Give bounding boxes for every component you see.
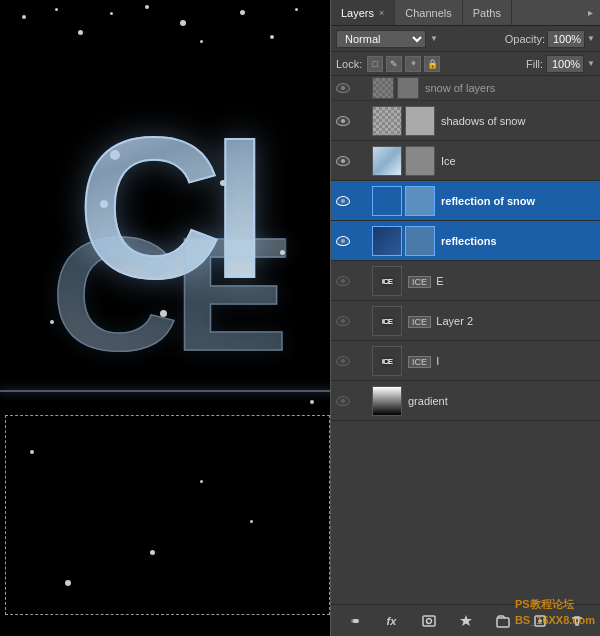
adjustment-layer-button[interactable] (455, 610, 477, 632)
layer-visibility-toggle[interactable] (334, 232, 352, 250)
layer-info: snow of layers (422, 81, 597, 95)
layer-row[interactable]: ICE ICE E (331, 261, 600, 301)
ice-letter-ce-reflection: CE (50, 203, 284, 389)
blend-mode-select[interactable]: Normal Multiply Screen Overlay (336, 30, 426, 48)
watermark: PS教程论坛 BS_16XX8.com (515, 597, 595, 628)
layer-type-badge: ICE (408, 356, 431, 368)
eye-icon (336, 316, 350, 326)
layer-name: E (436, 275, 443, 287)
lock-all-btn[interactable]: 🔒 (424, 56, 440, 72)
layer-mask-thumb (405, 146, 435, 176)
layer-info: shadows of snow (438, 114, 597, 128)
eye-icon (336, 83, 350, 93)
thumb-checker (373, 107, 401, 135)
layer-visibility-toggle[interactable] (334, 112, 352, 130)
eye-icon (336, 116, 350, 126)
layer-row[interactable]: gradient (331, 381, 600, 421)
layer-row[interactable]: snow of layers (331, 76, 600, 101)
layer-name: Ice (441, 155, 456, 167)
layer-name: reflection of snow (441, 195, 535, 207)
layer-visibility-toggle[interactable] (334, 392, 352, 410)
layer-visibility-toggle[interactable] (334, 352, 352, 370)
layer-mask-thumb (405, 186, 435, 216)
layer-ice-badge: ICE (382, 276, 392, 285)
fill-label: Fill: (526, 58, 543, 70)
layer-thumbnail: ICE (372, 266, 402, 296)
layer-ice-badge: ICE (382, 356, 392, 365)
snow-particle (55, 8, 58, 11)
layer-info: reflection of snow (438, 194, 597, 208)
fill-input[interactable] (546, 55, 584, 73)
selection-box (5, 415, 330, 615)
layer-row[interactable]: shadows of snow (331, 101, 600, 141)
layer-thumbnail (372, 77, 394, 99)
group-layers-button[interactable] (492, 610, 514, 632)
layer-row[interactable]: reflections (331, 221, 600, 261)
layer-name: shadows of snow (441, 115, 525, 127)
blend-opacity-row: Normal Multiply Screen Overlay ▼ Opacity… (331, 26, 600, 52)
link-layers-button[interactable] (344, 610, 366, 632)
thumb-checker (373, 78, 393, 98)
tab-paths[interactable]: Paths (463, 0, 512, 25)
thumb-ice (373, 147, 401, 175)
svg-rect-0 (423, 616, 435, 626)
layer-info: reflections (438, 234, 597, 248)
layer-chain-icon (355, 112, 369, 130)
layer-row[interactable]: ICE ICE I (331, 341, 600, 381)
layer-name: snow of layers (425, 82, 495, 94)
layer-visibility-toggle[interactable] (334, 312, 352, 330)
layer-name: gradient (408, 395, 448, 407)
layer-chain-icon (355, 232, 369, 250)
layer-type-badge: ICE (408, 316, 431, 328)
snow-particle (310, 400, 314, 404)
layer-style-button[interactable]: fx (381, 610, 403, 632)
panel-close-button[interactable]: ▸ (584, 7, 596, 19)
layer-chain-icon (355, 312, 369, 330)
eye-icon (336, 356, 350, 366)
layer-info: gradient (405, 394, 597, 408)
layer-thumbnail: ICE (372, 306, 402, 336)
layer-thumbnail (372, 106, 402, 136)
layer-thumbnail (372, 226, 402, 256)
layers-panel: Layers × Channels Paths ▸ Normal Multipl… (330, 0, 600, 636)
layer-visibility-toggle[interactable] (334, 192, 352, 210)
layer-ice-badge: ICE (382, 316, 392, 325)
lock-icons: □ ✎ ⌖ 🔒 (367, 56, 440, 72)
layer-chain-icon (355, 79, 369, 97)
layer-mask-thumb (405, 106, 435, 136)
thumb-dark-blue (373, 227, 401, 255)
blend-dropdown-arrow[interactable]: ▼ (430, 34, 438, 43)
lock-position-btn[interactable]: ⌖ (405, 56, 421, 72)
layer-chain-icon (355, 152, 369, 170)
layer-chain-icon (355, 352, 369, 370)
layer-row[interactable]: ICE ICE Layer 2 (331, 301, 600, 341)
layers-list[interactable]: snow of layers shadows of snow (331, 76, 600, 604)
layer-visibility-toggle[interactable] (334, 79, 352, 97)
snow-particle (145, 5, 149, 9)
lock-pixels-btn[interactable]: ✎ (386, 56, 402, 72)
layer-info: ICE Layer 2 (405, 314, 597, 328)
eye-icon (336, 236, 350, 246)
opacity-arrow[interactable]: ▼ (587, 34, 595, 43)
layer-mask-thumb (397, 77, 419, 99)
tab-layers-close[interactable]: × (379, 8, 384, 18)
lock-fill-row: Lock: □ ✎ ⌖ 🔒 Fill: ▼ (331, 52, 600, 76)
layer-visibility-toggle[interactable] (334, 272, 352, 290)
eye-icon (336, 276, 350, 286)
layer-name: reflections (441, 235, 497, 247)
add-mask-button[interactable] (418, 610, 440, 632)
fill-arrow[interactable]: ▼ (587, 59, 595, 68)
tab-layers[interactable]: Layers × (331, 0, 395, 25)
layer-row[interactable]: Ice (331, 141, 600, 181)
opacity-input[interactable] (547, 30, 585, 48)
tab-channels[interactable]: Channels (395, 0, 462, 25)
layer-visibility-toggle[interactable] (334, 152, 352, 170)
layer-row[interactable]: reflection of snow (331, 181, 600, 221)
layer-name: Layer 2 (436, 315, 473, 327)
thumb-gradient (373, 387, 401, 415)
lock-transparent-btn[interactable]: □ (367, 56, 383, 72)
layer-info: ICE I (405, 354, 597, 368)
layer-thumbnail (372, 146, 402, 176)
opacity-row: Opacity: ▼ (505, 30, 595, 48)
layer-chain-icon (355, 272, 369, 290)
